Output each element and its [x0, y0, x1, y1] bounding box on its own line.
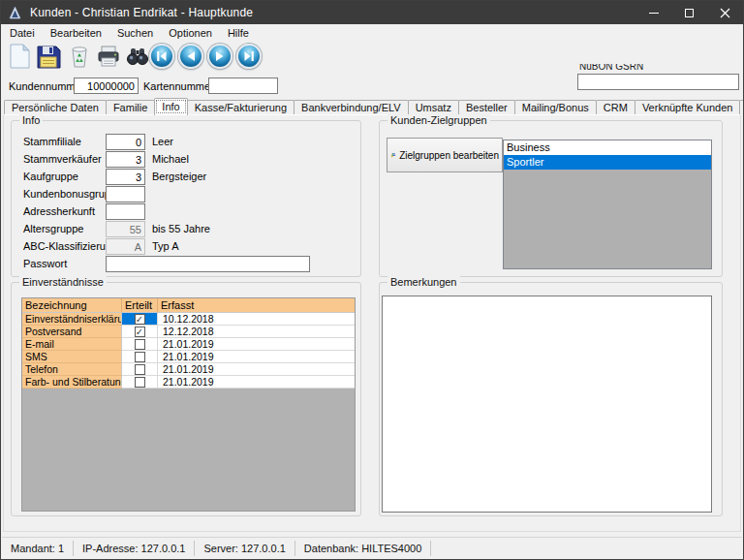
zielgruppen-item-sportler[interactable]: Sportler: [504, 155, 711, 170]
consent-erteilt-cell[interactable]: [122, 363, 158, 376]
field-input-kundenbonusgruppe[interactable]: [106, 186, 145, 202]
einverstaendnisse-group-title: Einverständnisse: [19, 276, 107, 288]
column-header-bezeichnung[interactable]: Bezeichnung: [22, 298, 122, 313]
consent-name-cell: Farb- und Stilberatung: [22, 376, 122, 389]
tab-umsatz[interactable]: Umsatz: [408, 100, 459, 115]
consent-table-header: Bezeichnung Erteilt Erfasst: [22, 298, 355, 313]
tab-mailing-bonus[interactable]: Mailing/Bonus: [514, 100, 597, 115]
kundennummer-input[interactable]: [74, 78, 139, 94]
last-record-icon: [236, 44, 262, 69]
consent-erteilt-cell[interactable]: ✓: [122, 313, 158, 326]
maximize-button[interactable]: [671, 1, 707, 24]
kartennummer-input[interactable]: [208, 78, 278, 94]
consent-table: Bezeichnung Erteilt Erfasst Einverständn…: [21, 297, 356, 512]
tab-pers-nliche-daten[interactable]: Persönliche Daten: [4, 100, 107, 115]
consent-checkbox[interactable]: ✓: [135, 314, 145, 325]
consent-checkbox[interactable]: [135, 377, 145, 388]
nubon-gsrn-label: NuBON GSRN: [579, 64, 696, 73]
tab-kasse-fakturierung[interactable]: Kasse/Fakturierung: [187, 100, 294, 115]
column-header-erteilt[interactable]: Erteilt: [122, 298, 158, 313]
field-desc-stammfiliale: Leer: [152, 136, 173, 147]
delete-button[interactable]: [66, 43, 93, 70]
print-button[interactable]: [95, 43, 122, 70]
tab-crm[interactable]: CRM: [596, 100, 636, 115]
field-label-stammverk-ufer: Stammverkäufer: [23, 153, 102, 165]
consent-rows: Einverständniserklärung✓10.12.2018Postve…: [22, 313, 355, 389]
consent-row-farb-und-stilberatung[interactable]: Farb- und Stilberatung21.01.2019: [22, 376, 355, 389]
close-button[interactable]: [707, 1, 743, 24]
info-field-row-passwort: Passwort: [12, 256, 360, 272]
close-icon: [720, 8, 730, 18]
consent-row-postversand[interactable]: Postversand✓12.12.2018: [22, 326, 355, 338]
title-bar: Kunden - Christian Endrikat - Hauptkunde: [1, 1, 743, 24]
tab-bankverbindung-elv[interactable]: Bankverbindung/ELV: [294, 100, 409, 115]
consent-checkbox[interactable]: [135, 352, 145, 362]
consent-date-cell: 21.01.2019: [158, 376, 355, 389]
consent-checkbox[interactable]: ✓: [135, 327, 145, 337]
next-record-button[interactable]: [207, 44, 232, 69]
menu-item-optionen[interactable]: Optionen: [161, 26, 220, 40]
menu-item-bearbeiten[interactable]: Bearbeiten: [43, 26, 109, 40]
consent-checkbox[interactable]: [135, 339, 145, 350]
consent-date-cell: 21.01.2019: [158, 351, 355, 363]
tab-verkn-pfte-kunden[interactable]: Verknüpfte Kunden: [635, 100, 741, 115]
column-header-erfasst[interactable]: Erfasst: [158, 298, 355, 313]
info-field-row-abc-klassifizierung: ABC-KlassifizierungTyp A: [12, 238, 360, 255]
menu-item-datei[interactable]: Datei: [2, 26, 43, 40]
field-input-passwort[interactable]: [106, 256, 310, 272]
tab-familie[interactable]: Familie: [106, 100, 155, 115]
minimize-icon: [649, 13, 659, 14]
consent-row-sms[interactable]: SMS21.01.2019: [22, 351, 355, 363]
status-panel-2: Server: 127.0.0.1: [195, 541, 294, 556]
field-input-stammfiliale[interactable]: [106, 134, 145, 150]
bemerkungen-textarea[interactable]: [382, 296, 712, 513]
info-field-row-stammverk-ufer: StammverkäuferMichael: [12, 151, 360, 168]
consent-row-e-mail[interactable]: E-mail21.01.2019: [22, 338, 355, 351]
last-record-button[interactable]: [236, 44, 262, 69]
consent-row-einverst-ndniserkl-rung[interactable]: Einverständniserklärung✓10.12.2018: [22, 313, 355, 326]
field-label-passwort: Passwort: [23, 258, 67, 269]
field-label-altersgruppe: Altersgruppe: [23, 223, 83, 234]
new-record-button[interactable]: [6, 43, 33, 70]
tab-info[interactable]: Info: [154, 98, 187, 115]
field-desc-abc-klassifizierung: Typ A: [152, 240, 179, 252]
consent-date-cell: 10.12.2018: [158, 313, 355, 326]
previous-record-button[interactable]: [178, 44, 203, 69]
consent-erteilt-cell[interactable]: [122, 338, 158, 351]
field-input-stammverk-ufer[interactable]: [106, 151, 145, 168]
field-input-adressherkunft[interactable]: [106, 203, 145, 220]
info-field-row-altersgruppe: Altersgruppebis 55 Jahre: [12, 221, 360, 237]
status-panel-0: Mandant: 1: [2, 541, 74, 556]
zielgruppen-item-business[interactable]: Business: [504, 140, 711, 155]
consent-erteilt-cell[interactable]: [122, 376, 158, 389]
consent-erteilt-cell[interactable]: [122, 351, 158, 363]
consent-checkbox[interactable]: [135, 364, 145, 375]
field-label-kaufgruppe: Kaufgruppe: [23, 171, 78, 182]
field-desc-kaufgruppe: Bergsteiger: [152, 171, 206, 182]
consent-name-cell: E-mail: [22, 338, 122, 351]
tab-kundentyp[interactable]: Kundentyp: [739, 100, 744, 115]
edit-groups-icon: [390, 144, 396, 166]
consent-name-cell: Telefon: [22, 363, 122, 376]
tab-besteller[interactable]: Besteller: [458, 100, 515, 115]
zielgruppen-bearbeiten-button[interactable]: Zielgruppen bearbeiten: [387, 138, 503, 172]
info-groupbox: Info StammfilialeLeerStammverkäuferMicha…: [11, 120, 361, 277]
bemerkungen-groupbox: Bemerkungen: [379, 282, 723, 516]
previous-record-icon: [178, 44, 203, 69]
nubon-gsrn-input[interactable]: [577, 74, 739, 90]
search-button[interactable]: [124, 43, 151, 70]
field-input-kaufgruppe[interactable]: [106, 169, 145, 185]
consent-date-cell: 21.01.2019: [158, 338, 355, 351]
menu-item-suchen[interactable]: Suchen: [109, 26, 161, 40]
save-button[interactable]: [35, 43, 62, 70]
consent-row-telefon[interactable]: Telefon21.01.2019: [22, 363, 355, 376]
consent-erteilt-cell[interactable]: ✓: [122, 326, 158, 338]
consent-name-cell: SMS: [22, 351, 122, 363]
menu-item-hilfe[interactable]: Hilfe: [220, 26, 257, 40]
app-window: Kunden - Christian Endrikat - Hauptkunde…: [0, 0, 744, 560]
info-field-row-kaufgruppe: KaufgruppeBergsteiger: [12, 169, 360, 185]
first-record-button[interactable]: [149, 44, 174, 69]
minimize-button[interactable]: [636, 1, 671, 24]
zielgruppen-listbox[interactable]: BusinessSportler: [503, 140, 712, 269]
bemerkungen-group-title: Bemerkungen: [388, 276, 460, 288]
